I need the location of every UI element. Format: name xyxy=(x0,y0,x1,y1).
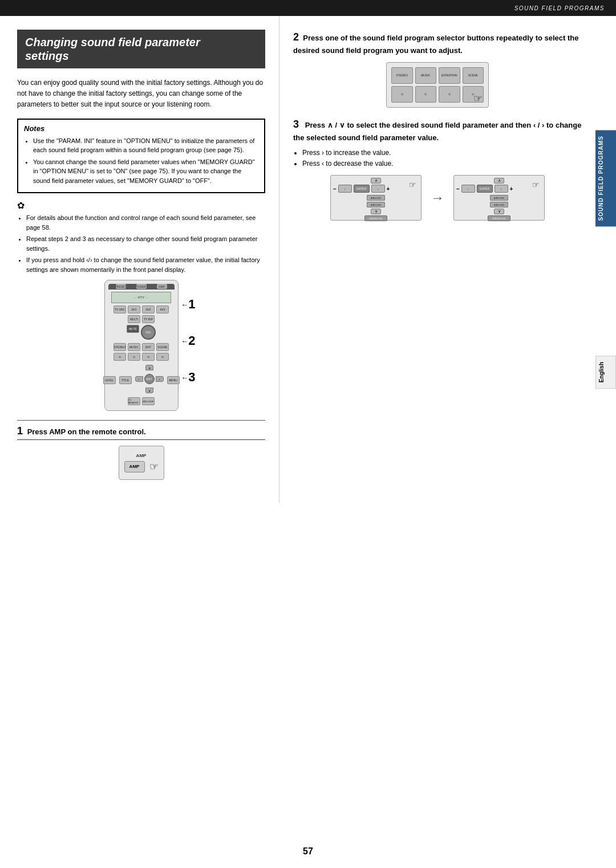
panel-cursor-2: ☞ xyxy=(532,180,540,189)
step2-heading: 2 Press one of the sound field program s… xyxy=(293,30,582,56)
remote-amp-btn: AMP xyxy=(157,284,167,289)
panel-diagram-area: ∧ – ‹ ENTER › + A/B/C/D/E xyxy=(293,175,582,221)
step1-section: 1 Press AMP on the remote control. AMP A… xyxy=(17,425,265,480)
sf-selector-image-area: STEREO MUSIC ENTERTAIN SCENE ⊙ ⊙ ⊙ ⊙ ☞ xyxy=(293,62,582,108)
nav-right-btn: › xyxy=(156,376,164,382)
amp-btn-label: AMP xyxy=(136,453,147,458)
label-1: 1 xyxy=(188,297,195,312)
top-header-bar: SOUND FIELD PROGRAMS xyxy=(0,0,616,16)
remote-row-2: MULTI TV INP xyxy=(111,315,171,323)
main-content: Changing sound field parameter settings … xyxy=(0,16,616,503)
remote-nav-area: LEVEL TITLE ∧ ∨ ‹ › ENT MENU xyxy=(103,365,180,395)
label-2: 2 xyxy=(188,333,195,348)
step3-text-part2: to select the desired sound field parame… xyxy=(347,121,531,129)
remote-device: PRESET TUNER AMP ··· PTY ··· TV SRC AV1 … xyxy=(104,280,179,411)
panel-abcde-4: A/B/C/D/E xyxy=(490,202,508,207)
right-column: 2 Press one of the sound field program s… xyxy=(279,16,593,503)
step2-section: 2 Press one of the sound field program s… xyxy=(293,30,582,108)
remote-row-1: TV SRC AV1 AV2 AV3 xyxy=(111,305,171,313)
panel-cursor-1: ☞ xyxy=(409,180,416,189)
panel-abcde-area-2: A/B/C/D/E A/B/C/D/E xyxy=(456,195,542,207)
remote-display-btn: MFD DISP xyxy=(142,397,155,405)
remote-bottom-row: 5.6 MEMORY MFD DISP xyxy=(111,397,171,405)
panel-abcde-1: A/B/C/D/E xyxy=(367,195,385,201)
panel-down-arrow-2: ∨ xyxy=(494,209,504,214)
step2-text: Press one of the sound field program sel… xyxy=(293,34,579,55)
panel-preset-btn: PRESET/CH xyxy=(364,215,387,221)
step3-num: 3 xyxy=(293,119,299,130)
tip-item-2: Repeat steps 2 and 3 as necessary to cha… xyxy=(26,234,265,253)
panel-right-btns: › xyxy=(371,185,385,193)
panel-up-arrow-2: ∧ xyxy=(494,178,504,184)
heading-line1: Changing sound field parameter xyxy=(25,36,200,48)
nav-up-btn: ∧ xyxy=(145,365,153,370)
remote-mute-btn: MUTE xyxy=(127,325,139,333)
panel-enter-btn-2: ENTER xyxy=(477,185,493,193)
remote-menu-btn: MENU xyxy=(167,376,180,384)
sf-scene-btn: SCENE xyxy=(463,67,484,84)
panel-middle-row: – ‹ ENTER › + xyxy=(333,185,419,193)
remote-sf-row2: ⊙ ⊙ ⊙ ⊙ xyxy=(111,353,171,361)
step1-num: 1 xyxy=(17,425,23,437)
panel-right-btn-2: › xyxy=(495,185,508,193)
remote-sf-stereo: STEREO xyxy=(114,343,126,351)
sf-cursor-hand: ☞ xyxy=(473,92,483,105)
remote-image-area: PRESET TUNER AMP ··· PTY ··· TV SRC AV1 … xyxy=(17,280,265,411)
remote-nav: ∧ ∨ ‹ › ENT xyxy=(135,365,164,393)
remote-memory-btn: 5.6 MEMORY xyxy=(128,397,140,405)
panel-arrow-between: → xyxy=(431,190,444,206)
panel-lr-btns: ‹ xyxy=(338,185,352,193)
left-column: Changing sound field parameter settings … xyxy=(0,16,279,503)
remote-sf-scene: SCENE xyxy=(156,343,169,351)
panel-left-btn: ‹ xyxy=(338,185,352,193)
remote-sf-btn3: ⊙ xyxy=(128,353,140,361)
panel-plus-2: + xyxy=(510,186,513,192)
label-2-row: ← 2 xyxy=(181,333,195,348)
notes-list: Use the "PARAM. INI" feature in "OPTION … xyxy=(24,136,258,186)
panel-preset-area-2: PRESET/CH xyxy=(456,215,542,221)
panel-box-before: ∧ – ‹ ENTER › + A/B/C/D/E xyxy=(330,175,422,221)
sf-btn-2c: ⊙ xyxy=(439,86,460,103)
sf-music-btn: MUSIC xyxy=(415,67,437,84)
page-number: 57 xyxy=(303,846,313,857)
panel-plus-label: + xyxy=(387,186,390,192)
nav-left-btn: ‹ xyxy=(135,376,143,382)
remote-sf-btn2: ⊙ xyxy=(114,353,126,361)
tip-item-1: For details about the function and contr… xyxy=(26,213,265,232)
panel-box-after: ∧ – ‹ ENTER › + A/B/C/D/E A/B/C/D/E xyxy=(453,175,545,221)
notes-box: Notes Use the "PARAM. INI" feature in "O… xyxy=(17,119,265,194)
notes-item-1: Use the "PARAM. INI" feature in "OPTION … xyxy=(33,136,258,155)
panel-preset-area: PRESET/CH xyxy=(333,215,419,221)
remote-btn-d: AV3 xyxy=(156,305,169,313)
sf-ent-btn: ENTERTAIN xyxy=(439,67,460,84)
notes-title: Notes xyxy=(24,124,258,133)
remote-tuner-btn: TUNER xyxy=(136,284,147,289)
side-tab-text: SOUND FIELD PROGRAMS xyxy=(598,136,604,221)
remote-sf-btn4: ⊙ xyxy=(142,353,155,361)
panel-minus-2: – xyxy=(456,186,460,192)
step3-bullet1: Press › to increase the value. xyxy=(302,148,582,158)
label-1-row: ← 1 xyxy=(181,297,195,312)
panel-middle-row-2: – ‹ ENTER › + xyxy=(456,185,542,193)
remote-btn-f: TV INP xyxy=(142,315,155,323)
section-heading: Changing sound field parameter settings xyxy=(17,30,265,68)
tip-list: For details about the function and contr… xyxy=(17,213,265,274)
tip-item-3: If you press and hold ‹/› to change the … xyxy=(26,255,265,274)
remote-btn-b: AV1 xyxy=(128,305,140,313)
step3-section: 3 Press ∧ / ∨ to select the desired soun… xyxy=(293,117,582,221)
arrow-1: ← xyxy=(181,300,188,309)
nav-down-btn: ∨ xyxy=(145,388,153,393)
label-3-row: ← 3 xyxy=(181,370,195,385)
panel-minus-label: – xyxy=(333,186,337,192)
bottom-tab-text: English xyxy=(598,362,605,382)
remote-btn-e: MULTI xyxy=(128,315,140,323)
heading-line2: settings xyxy=(25,50,69,62)
step1-title: 1 Press AMP on the remote control. xyxy=(17,425,265,440)
remote-sf-music: MUSIC xyxy=(128,343,140,351)
step3-sub-list: Press › to increase the value. Press ‹ t… xyxy=(293,148,582,169)
remote-vol-row: MUTE VOL xyxy=(111,325,171,341)
step3-heading: 3 Press ∧ / ∨ to select the desired soun… xyxy=(293,117,582,144)
sf-selector: STEREO MUSIC ENTERTAIN SCENE ⊙ ⊙ ⊙ ⊙ ☞ xyxy=(386,62,489,108)
panel-top-arrows: ∧ xyxy=(333,178,419,184)
panel-top-arrows-2: ∧ xyxy=(456,178,542,184)
